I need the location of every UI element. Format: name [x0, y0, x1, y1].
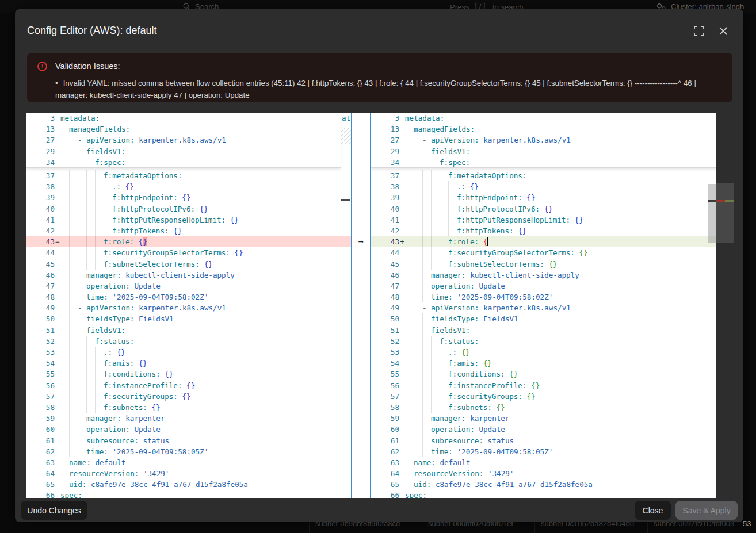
code-line[interactable]: 46manager: kubectl-client-side-apply: [371, 270, 716, 281]
code-line[interactable]: 39f:httpEndpoint: {}: [26, 192, 351, 203]
code-line[interactable]: 63name: default: [371, 457, 716, 468]
code-line[interactable]: 3metadata:: [371, 113, 716, 124]
code-line[interactable]: 43+f:role: {: [371, 236, 716, 247]
code-line[interactable]: 62time: '2025-09-04T09:58:05Z': [26, 446, 351, 457]
save-apply-button[interactable]: Save & Apply: [675, 501, 738, 520]
code-line[interactable]: 66spec:: [371, 490, 716, 498]
code-line[interactable]: 44f:securityGroupSelectorTerms: {}: [371, 247, 716, 258]
code-line[interactable]: 54f:amis: {}: [26, 358, 351, 369]
diff-marker: [55, 192, 60, 203]
code-line[interactable]: 61subresource: status: [26, 435, 351, 446]
line-number: 66: [371, 490, 399, 498]
code-line[interactable]: 46manager: kubectl-client-side-apply: [26, 270, 351, 281]
diff-pane-modified[interactable]: 37f:metadataOptions:38.: {}39f:httpEndpo…: [371, 113, 716, 498]
code-line[interactable]: 65uid: c8afe97e-38cc-4f91-a767-d15f2a8fe…: [371, 479, 716, 490]
added-diff-mark: [725, 200, 734, 202]
code-line[interactable]: 27- apiVersion: karpenter.k8s.aws/v1: [26, 135, 341, 145]
code-line[interactable]: 60operation: Update: [26, 424, 351, 435]
fullscreen-button[interactable]: [693, 25, 705, 37]
line-number: 13: [371, 124, 399, 135]
code-line[interactable]: 38.: {}: [26, 181, 351, 192]
undo-changes-button[interactable]: Undo Changes: [21, 501, 87, 520]
line-number: 44: [26, 247, 55, 258]
diff-marker: [55, 468, 60, 479]
code-line[interactable]: 44f:securityGroupSelectorTerms: {}: [26, 247, 351, 258]
diff-pane-original[interactable]: 37f:metadataOptions:38.: {}39f:httpEndpo…: [26, 113, 351, 498]
code-line[interactable]: 60operation: Update: [371, 424, 716, 435]
danger-exclamation-icon: !: [37, 62, 47, 71]
code-line[interactable]: 52f:status:: [26, 336, 351, 347]
code-line[interactable]: 34f:spec:: [371, 157, 716, 168]
code-line[interactable]: 66spec:: [26, 490, 351, 498]
code-line[interactable]: 13managedFields:: [26, 124, 341, 135]
vertical-scrollbar[interactable]: [708, 113, 716, 498]
code-line[interactable]: 52f:status:: [371, 336, 716, 347]
code-line[interactable]: 39f:httpEndpoint: {}: [371, 192, 716, 203]
code-line[interactable]: 42f:httpTokens: {}: [26, 225, 351, 236]
sticky-scroll-header: 3metadata:13managedFields:27- apiVersion…: [26, 113, 341, 168]
code-line[interactable]: 29fieldsV1:: [26, 146, 341, 157]
line-number: 59: [26, 413, 55, 424]
code-line[interactable]: 51fieldsV1:: [26, 325, 351, 336]
code-line[interactable]: 27- apiVersion: karpenter.k8s.aws/v1: [371, 135, 716, 145]
code-line[interactable]: 49- apiVersion: karpenter.k8s.aws/v1: [26, 302, 351, 313]
revert-change-arrow[interactable]: →: [352, 236, 370, 247]
code-line[interactable]: 13managedFields:: [371, 124, 716, 135]
code-line[interactable]: 48time: '2025-09-04T09:58:02Z': [26, 292, 351, 302]
code-line[interactable]: 3metadata:: [26, 113, 341, 124]
code-line[interactable]: 50fieldsType: FieldsV1: [371, 313, 716, 324]
code-line[interactable]: 50fieldsType: FieldsV1: [26, 313, 351, 324]
code-line[interactable]: 58f:subnets: {}: [26, 402, 351, 413]
code-line[interactable]: 41f:httpPutResponseHopLimit: {}: [371, 214, 716, 225]
code-line[interactable]: 59manager: karpenter: [26, 413, 351, 424]
code-line[interactable]: 41f:httpPutResponseHopLimit: {}: [26, 214, 351, 225]
code-line[interactable]: 45f:subnetSelectorTerms: {}: [371, 259, 716, 270]
diff-marker: [55, 135, 60, 145]
code-line[interactable]: 56f:instanceProfile: {}: [26, 380, 351, 391]
code-line[interactable]: 47operation: Update: [371, 281, 716, 292]
code-line[interactable]: 51fieldsV1:: [371, 325, 716, 336]
diff-marker: [399, 113, 405, 124]
diff-marker: [55, 302, 60, 313]
line-number: 62: [26, 446, 55, 457]
code-line[interactable]: 53.: {}: [26, 347, 351, 358]
code-line[interactable]: 65uid: c8afe97e-38cc-4f91-a767-d15f2a8fe…: [26, 479, 351, 490]
diff-marker: [399, 424, 405, 435]
code-line[interactable]: 49- apiVersion: karpenter.k8s.aws/v1: [371, 302, 716, 313]
deleted-diff-mark: [716, 200, 725, 202]
code-line[interactable]: 47operation: Update: [26, 281, 351, 292]
close-modal-button[interactable]: [717, 25, 729, 37]
code-line[interactable]: 43−f:role: {}: [26, 236, 351, 247]
code-line[interactable]: 57f:securityGroups: {}: [371, 391, 716, 402]
close-button[interactable]: Close: [635, 501, 671, 520]
line-number: 51: [371, 325, 399, 336]
line-number: 42: [26, 225, 55, 236]
code-line[interactable]: 63name: default: [26, 457, 351, 468]
code-line[interactable]: 57f:securityGroups: {}: [26, 391, 351, 402]
code-line[interactable]: 56f:instanceProfile: {}: [371, 380, 716, 391]
code-line[interactable]: 54f:amis: {}: [371, 358, 716, 369]
code-line[interactable]: 29fieldsV1:: [371, 146, 716, 157]
code-line[interactable]: 58f:subnets: {}: [371, 402, 716, 413]
code-line[interactable]: 38.: {}: [371, 181, 716, 192]
code-line[interactable]: 55f:conditions: {}: [371, 369, 716, 379]
line-number: 34: [371, 157, 399, 168]
code-line[interactable]: 42f:httpTokens: {}: [371, 225, 716, 236]
diff-marker: [55, 369, 60, 379]
code-line[interactable]: 62time: '2025-09-04T09:58:05Z': [371, 446, 716, 457]
code-line[interactable]: 59manager: karpenter: [371, 413, 716, 424]
code-line[interactable]: 55f:conditions: {}: [26, 369, 351, 379]
code-line[interactable]: 37f:metadataOptions:: [371, 170, 716, 181]
code-line[interactable]: 64resourceVersion: '3429': [26, 468, 351, 479]
code-line[interactable]: 37f:metadataOptions:: [26, 170, 351, 181]
code-line[interactable]: 61subresource: status: [371, 435, 716, 446]
scrollbar-slider[interactable]: [708, 184, 716, 243]
code-line[interactable]: 64resourceVersion: '3429': [371, 468, 716, 479]
code-line[interactable]: 48time: '2025-09-04T09:58:02Z': [371, 292, 716, 302]
code-line[interactable]: 40f:httpProtocolIPv6: {}: [26, 204, 351, 214]
line-number: 60: [371, 424, 399, 435]
code-line[interactable]: 45f:subnetSelectorTerms: {}: [26, 259, 351, 270]
code-line[interactable]: 40f:httpProtocolIPv6: {}: [371, 204, 716, 214]
code-line[interactable]: 53.: {}: [371, 347, 716, 358]
code-line[interactable]: 34f:spec:: [26, 157, 341, 168]
